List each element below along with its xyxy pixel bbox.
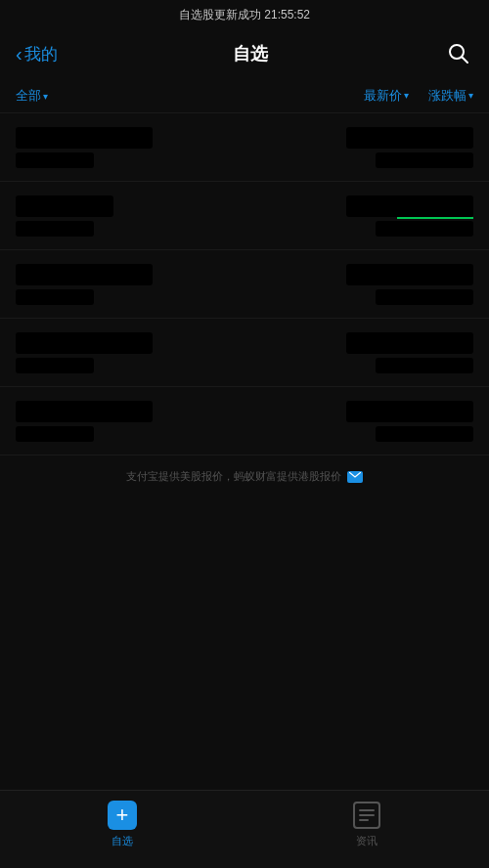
news-icon-line1: [359, 809, 375, 811]
filter-all-button[interactable]: 全部 ▾: [16, 87, 48, 105]
email-icon: [347, 471, 363, 483]
filter-all-arrow: ▾: [43, 91, 48, 102]
stock-change-block: [376, 289, 473, 305]
stock-row[interactable]: [0, 182, 489, 250]
news-icon-line3: [359, 819, 369, 821]
stock-price-block: [346, 264, 473, 285]
stock-change-block: [376, 152, 473, 168]
stock-info-left: [16, 264, 172, 305]
tab-zixuan[interactable]: + 自选: [0, 801, 244, 848]
filter-bar: 全部 ▾ 最新价 ▾ 涨跌幅 ▾: [0, 78, 489, 113]
news-icon-line2: [359, 814, 375, 816]
svg-line-1: [462, 58, 467, 64]
stock-price-block: [346, 332, 473, 354]
tab-bar: + 自选 资讯: [0, 790, 489, 868]
stock-list: [0, 113, 489, 456]
status-text: 自选股更新成功 21:55:52: [179, 7, 310, 23]
back-chevron-icon: ‹: [16, 43, 22, 65]
stock-change-block: [376, 358, 473, 373]
content-spacer: [0, 498, 489, 790]
stock-code-block: [16, 152, 94, 168]
stock-info-left: [16, 195, 172, 237]
page-title: 自选: [233, 42, 268, 65]
stock-info-right: [172, 264, 473, 305]
stock-row[interactable]: [0, 113, 489, 182]
stock-code-block: [16, 358, 94, 373]
tab-zixuan-icon: +: [108, 801, 137, 830]
stock-info-right: [172, 401, 473, 442]
stock-row[interactable]: [0, 319, 489, 387]
stock-change-block: [376, 221, 473, 237]
stock-info-right: [172, 332, 473, 373]
stock-info-left: [16, 127, 172, 168]
plus-icon: +: [108, 801, 137, 830]
filter-right: 最新价 ▾ 涨跌幅 ▾: [364, 87, 473, 105]
filter-price-button[interactable]: 最新价 ▾: [364, 87, 409, 105]
stock-name-block: [16, 401, 153, 422]
stock-price-block: [346, 127, 473, 149]
stock-change-block: [376, 426, 473, 442]
stock-name-block: [16, 332, 153, 354]
stock-name-block: [16, 127, 153, 149]
stock-info-left: [16, 332, 172, 373]
filter-all-label: 全部: [16, 87, 41, 105]
stock-info-right: [172, 195, 473, 237]
back-button[interactable]: ‹ 我的: [16, 43, 58, 65]
header: ‹ 我的 自选: [0, 29, 489, 78]
stock-code-block: [16, 426, 94, 442]
footer-text-content: 支付宝提供美股报价，蚂蚁财富提供港股报价: [126, 469, 341, 484]
back-label: 我的: [24, 43, 58, 65]
filter-price-arrow: ▾: [404, 90, 409, 101]
tab-zixun-icon: [352, 801, 381, 830]
stock-row[interactable]: [0, 387, 489, 456]
stock-price-block: [346, 401, 473, 422]
stock-info-left: [16, 401, 172, 442]
status-bar: 自选股更新成功 21:55:52: [0, 0, 489, 29]
filter-change-arrow: ▾: [468, 90, 473, 101]
stock-code-block: [16, 221, 94, 237]
filter-price-label: 最新价: [364, 87, 402, 105]
stock-name-block: [16, 195, 113, 217]
filter-change-button[interactable]: 涨跌幅 ▾: [428, 87, 473, 105]
filter-left: 全部 ▾: [16, 86, 364, 105]
stock-info-right: [172, 127, 473, 168]
stock-row[interactable]: [0, 250, 489, 319]
stock-code-block: [16, 289, 94, 305]
stock-price-block: [346, 195, 473, 217]
tab-zixuan-label: 自选: [111, 834, 133, 848]
tab-zixun[interactable]: 资讯: [244, 801, 489, 848]
news-icon: [353, 802, 380, 829]
stock-name-block: [16, 264, 153, 285]
tab-zixun-label: 资讯: [356, 834, 378, 848]
filter-change-label: 涨跌幅: [428, 87, 467, 105]
footer-disclaimer: 支付宝提供美股报价，蚂蚁财富提供港股报价: [0, 456, 489, 498]
search-button[interactable]: [444, 39, 473, 68]
